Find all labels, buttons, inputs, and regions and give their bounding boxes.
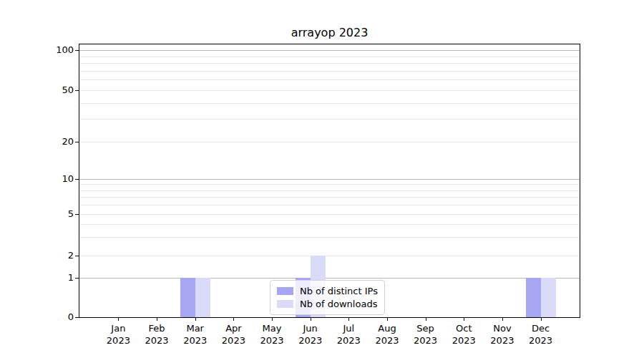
y-tick-mark [75, 214, 79, 215]
y-tick-label: 10 [29, 173, 74, 185]
bar-distinct-ips-dec [526, 278, 541, 317]
figure: arrayop 2023 Nb of distinct IPs Nb of do… [0, 0, 644, 358]
y-tick-label: 50 [29, 84, 74, 96]
y-tick-label: 1 [29, 272, 74, 284]
y-tick-label: 5 [29, 208, 74, 220]
plot-area: Nb of distinct IPs Nb of downloads [79, 44, 580, 318]
x-tick-mark [426, 318, 426, 321]
legend-item-distinct-ips: Nb of distinct IPs [277, 285, 378, 297]
x-tick-mark [502, 318, 503, 321]
bars-layer [79, 44, 580, 317]
bar-downloads-dec [541, 278, 556, 317]
y-tick-label: 2 [29, 250, 74, 261]
bar-downloads-mar [195, 278, 210, 317]
y-tick-mark [75, 50, 79, 51]
x-tick-mark [348, 318, 349, 321]
x-tick-mark [195, 318, 196, 321]
y-tick-label: 100 [29, 44, 74, 56]
legend-label-distinct-ips: Nb of distinct IPs [300, 286, 378, 297]
y-tick-mark [75, 179, 79, 180]
x-tick-mark [157, 318, 157, 321]
legend-item-downloads: Nb of downloads [277, 298, 378, 310]
x-tick-mark [272, 318, 273, 321]
x-tick-mark [541, 318, 542, 321]
x-tick-mark [311, 318, 311, 321]
x-tick-mark [464, 318, 464, 321]
bar-distinct-ips-mar [180, 278, 195, 317]
chart-title: arrayop 2023 [79, 26, 580, 39]
y-tick-label: 20 [29, 136, 74, 147]
y-tick-label: 0 [29, 311, 74, 323]
x-tick-mark [118, 318, 119, 321]
y-tick-mark [75, 278, 79, 279]
legend-swatch-downloads [277, 300, 293, 308]
legend-label-downloads: Nb of downloads [300, 299, 377, 310]
y-tick-mark [75, 256, 79, 256]
y-tick-mark [75, 142, 79, 142]
x-tick-mark [387, 318, 388, 321]
x-tick-mark [233, 318, 234, 321]
y-tick-mark [75, 90, 79, 91]
year-label: 2023 [518, 334, 564, 347]
x-tick-label-dec: Dec2023 [518, 322, 564, 347]
y-tick-mark [75, 317, 79, 318]
legend: Nb of distinct IPs Nb of downloads [270, 280, 385, 315]
legend-swatch-distinct-ips [277, 287, 293, 295]
month-name: Dec [518, 322, 564, 334]
